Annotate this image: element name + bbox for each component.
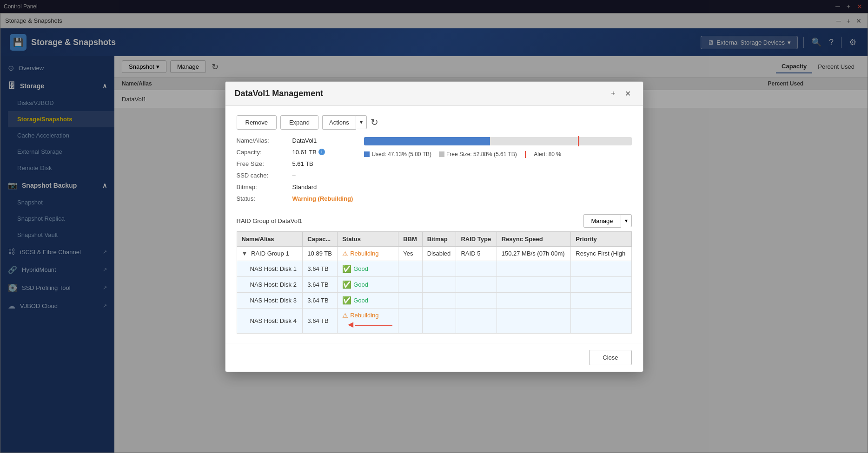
remove-button[interactable]: Remove: [237, 115, 277, 130]
raid-section: RAID Group of DataVol1 Manage ▾ Name/Ali…: [237, 214, 632, 334]
td-raid-type: [456, 308, 497, 333]
info-and-bar: Name/Alias: DataVol1 Capacity: 10.61 TB …: [237, 137, 632, 207]
modal-header: DataVol1 Management + ✕: [225, 82, 643, 106]
manage-split-button: Manage ▾: [583, 214, 632, 228]
legend-dot-free: [439, 151, 444, 157]
td-bitmap: [422, 261, 456, 276]
td-bitmap: [422, 276, 456, 292]
capacity-legend: Used: 47.13% (5.00 TB) Free Size: 52.88%…: [364, 150, 631, 158]
status-good: ✅ Good: [342, 296, 393, 305]
td-raid-type: [456, 276, 497, 292]
td-resync-speed: [497, 276, 571, 292]
expand-button[interactable]: Expand: [280, 115, 318, 130]
td-priority: [571, 308, 631, 333]
info-value-free: 5.61 TB: [292, 160, 313, 167]
raid-section-header: RAID Group of DataVol1 Manage ▾: [237, 214, 632, 228]
table-row: ▼ RAID Group 1 10.89 TB ⚠ Rebuilding: [237, 246, 631, 261]
td-name: ▼ RAID Group 1: [237, 246, 303, 261]
annotation-arrow: ◄————: [346, 319, 392, 330]
raid-section-title: RAID Group of DataVol1: [237, 217, 303, 224]
capacity-info-icon[interactable]: i: [318, 149, 325, 155]
actions-main-button[interactable]: Actions: [322, 115, 356, 130]
td-capacity: 3.64 TB: [303, 261, 338, 276]
th-bitmap: Bitmap: [422, 231, 456, 246]
td-bitmap: [422, 292, 456, 308]
th-bbm: BBM: [398, 231, 422, 246]
th-raid-type: RAID Type: [456, 231, 497, 246]
actions-split-button: Actions ▾: [322, 115, 367, 130]
td-raid-type: [456, 292, 497, 308]
td-capacity: 3.64 TB: [303, 292, 338, 308]
modal-expand-button[interactable]: +: [608, 88, 618, 99]
info-row-bitmap: Bitmap: Standard: [237, 184, 353, 190]
modal-header-controls: + ✕: [608, 88, 633, 99]
table-row: NAS Host: Disk 1 3.64 TB ✅ Good: [237, 261, 631, 276]
legend-label-used: Used: 47.13% (5.00 TB): [371, 151, 431, 158]
action-row: Remove Expand Actions ▾ ↻: [237, 115, 632, 130]
table-row: NAS Host: Disk 2 3.64 TB ✅ Good: [237, 276, 631, 292]
td-status: ⚠ Rebuilding: [338, 246, 398, 261]
raid-table-container: Name/Alias Capac... Status BBM Bitmap RA…: [237, 231, 632, 334]
good-icon: ✅: [342, 264, 351, 273]
th-priority: Priority: [571, 231, 631, 246]
td-bbm: [398, 276, 422, 292]
td-name: NAS Host: Disk 3: [237, 292, 303, 308]
td-name: NAS Host: Disk 1: [237, 261, 303, 276]
info-label-status: Status:: [237, 195, 292, 202]
status-warn-disk4: ⚠ Rebuilding: [342, 312, 393, 319]
legend-label-free: Free Size: 52.88% (5.61 TB): [446, 151, 517, 158]
info-row-capacity: Capacity: 10.61 TB i: [237, 149, 353, 156]
info-label-free: Free Size:: [237, 160, 292, 167]
td-bitmap: [422, 308, 456, 333]
modal-capacity-bar: [364, 137, 631, 145]
td-name: NAS Host: Disk 2: [237, 276, 303, 292]
modal-close-x-button[interactable]: ✕: [622, 88, 634, 99]
td-priority: [571, 276, 631, 292]
info-label-name: Name/Alias:: [237, 137, 292, 144]
good-icon: ✅: [342, 296, 351, 305]
modal-body: Remove Expand Actions ▾ ↻ Name/Alias: Da…: [225, 106, 643, 343]
info-value-name: DataVol1: [292, 137, 317, 144]
td-priority: [571, 261, 631, 276]
td-status: ✅ Good: [338, 261, 398, 276]
warn-icon: ⚠: [342, 250, 348, 257]
expand-icon: ▼: [242, 250, 248, 257]
capacity-bar-section: Used: 47.13% (5.00 TB) Free Size: 52.88%…: [364, 137, 631, 207]
legend-dot-used: [364, 151, 370, 157]
info-label-bitmap: Bitmap:: [237, 184, 292, 190]
actions-dropdown-button[interactable]: ▾: [356, 115, 367, 129]
td-raid-type: RAID 5: [456, 246, 497, 261]
table-row: NAS Host: Disk 4 3.64 TB ⚠ Rebuilding ◄—…: [237, 308, 631, 333]
modal-refresh-button[interactable]: ↻: [371, 117, 378, 128]
manage-dropdown-button[interactable]: ▾: [621, 214, 632, 227]
td-resync-speed: [497, 292, 571, 308]
status-good: ✅ Good: [342, 264, 393, 273]
good-icon: ✅: [342, 280, 351, 289]
th-name: Name/Alias: [237, 231, 303, 246]
info-row-free: Free Size: 5.61 TB: [237, 160, 353, 167]
table-row: NAS Host: Disk 3 3.64 TB ✅ Good: [237, 292, 631, 308]
modal-title: DataVol1 Management: [235, 89, 324, 98]
info-row-name: Name/Alias: DataVol1: [237, 137, 353, 144]
info-value-status: Warning (Rebuilding): [292, 195, 353, 202]
td-capacity: 3.64 TB: [303, 276, 338, 292]
td-resync-speed: [497, 308, 571, 333]
info-label-ssd: SSD cache:: [237, 172, 292, 179]
td-bitmap: Disabled: [422, 246, 456, 261]
modal-overlay: DataVol1 Management + ✕ Remove Expand Ac…: [0, 0, 868, 453]
info-value-bitmap: Standard: [292, 184, 317, 190]
modal-footer: Close: [225, 343, 643, 372]
status-warn: ⚠ Rebuilding: [342, 250, 393, 257]
manage-main-button[interactable]: Manage: [583, 214, 621, 228]
td-priority: Resync First (High: [571, 246, 631, 261]
info-value-ssd: –: [292, 172, 296, 179]
info-row-status: Status: Warning (Rebuilding): [237, 195, 353, 202]
td-resync-speed: 150.27 MB/s (07h 00m): [497, 246, 571, 261]
legend-free: Free Size: 52.88% (5.61 TB): [439, 151, 517, 158]
management-modal: DataVol1 Management + ✕ Remove Expand Ac…: [225, 81, 643, 372]
info-rows: Name/Alias: DataVol1 Capacity: 10.61 TB …: [237, 137, 353, 207]
td-status: ✅ Good: [338, 276, 398, 292]
raid-table: Name/Alias Capac... Status BBM Bitmap RA…: [237, 231, 632, 334]
close-button[interactable]: Close: [589, 350, 631, 365]
warn-icon-disk4: ⚠: [342, 312, 348, 319]
